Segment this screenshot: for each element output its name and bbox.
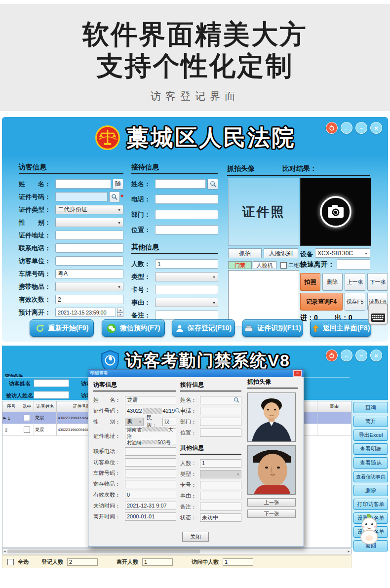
id-address-input[interactable]	[55, 231, 123, 240]
dlg-rec-dept-value[interactable]	[200, 418, 241, 426]
photo-button[interactable]: 拍照	[300, 273, 320, 291]
device-select[interactable]: XCX-S8130C	[315, 248, 370, 258]
sidebar-delete-button[interactable]: 删除	[353, 485, 388, 496]
save-f5-button[interactable]: 保存F5	[345, 293, 365, 311]
sidebar-print-button[interactable]: 打印访客单	[353, 499, 388, 510]
dlg-note-value[interactable]	[200, 503, 241, 511]
dlg-rec-phone-value[interactable]	[200, 407, 241, 415]
col-header-reason[interactable]: 事由	[317, 401, 351, 412]
reception-phone-input[interactable]	[155, 195, 218, 204]
row-checkbox[interactable]	[24, 415, 30, 421]
quick-leave-input[interactable]	[337, 259, 370, 270]
reason-select[interactable]	[155, 298, 218, 307]
scrollbar-thumb[interactable]	[7, 549, 200, 553]
wechat-booking-button[interactable]: 微信预约(F7)	[102, 319, 165, 337]
id-scan-button[interactable]: 证件识别(F11)	[242, 319, 303, 337]
plate-number-input[interactable]: 粤A	[55, 269, 123, 278]
dlg-visit-time-value[interactable]: 2021-12-31 9:07	[125, 502, 176, 510]
dlg-deposit-value[interactable]	[125, 480, 176, 488]
reception-location-input[interactable]	[155, 225, 218, 235]
back-button[interactable]: ←	[341, 122, 352, 134]
id-number-input[interactable]	[55, 192, 108, 201]
record-query-button[interactable]: 记录查询F4	[300, 293, 343, 311]
visitor-name-query-input[interactable]	[34, 379, 69, 387]
dialog-next-photo-button[interactable]: 下一张	[247, 510, 296, 518]
dlg-name-value[interactable]: 龙震	[125, 396, 176, 404]
expected-leave-input[interactable]: 2021-12-15 23:59:00	[55, 308, 116, 317]
dlg-address-value[interactable]: 湖南省大沧 村油铺503号	[125, 428, 176, 444]
sidebar-view-detail-button[interactable]: 查看明细	[353, 443, 388, 455]
qr-checkbox[interactable]	[280, 262, 287, 269]
id-type-select[interactable]: 二代身份证	[55, 205, 123, 214]
scroll-right-arrow[interactable]: ►	[347, 550, 351, 553]
dlg-org-value[interactable]	[125, 458, 176, 467]
contact-phone-input[interactable]	[55, 243, 123, 253]
select-all-checkbox[interactable]	[7, 559, 14, 565]
close-button[interactable]: ×	[370, 122, 382, 134]
people-count-input[interactable]: 1	[155, 259, 218, 269]
sidebar-query-button[interactable]: 查询	[353, 402, 388, 413]
valid-times-input[interactable]: 2	[55, 295, 123, 304]
reception-dept-input[interactable]	[155, 210, 218, 219]
visited-name-query-input[interactable]	[34, 391, 69, 399]
dlg-count-value[interactable]: 1	[200, 459, 241, 468]
reception-name-input[interactable]	[155, 179, 206, 189]
gender-select[interactable]	[55, 218, 123, 227]
snap-button[interactable]: 抓拍	[228, 248, 262, 258]
card-number-input[interactable]	[155, 285, 218, 294]
restart-button[interactable]: 重新开始(F9)	[30, 319, 94, 337]
horizontal-scrollbar[interactable]: ◄ ►	[2, 549, 351, 554]
dlg-phone-value[interactable]	[125, 447, 176, 456]
row-checkbox[interactable]	[24, 427, 30, 433]
sidebar-view-followers-button[interactable]: 查看随从	[353, 457, 388, 469]
tab-face-machine[interactable]: 人脸机	[253, 261, 276, 269]
dialog-close-action-button[interactable]: 关闭	[182, 532, 209, 542]
random-name-button[interactable]: 随	[113, 179, 123, 190]
id-search-button[interactable]	[109, 192, 120, 202]
dialog-close-button[interactable]: ×	[293, 370, 302, 377]
minimize-button[interactable]: −	[355, 350, 367, 361]
delete-button[interactable]: 删除	[322, 273, 343, 291]
spinner-down-button[interactable]: ▼	[117, 313, 123, 317]
save-registration-button[interactable]: 保存登记(F10)	[172, 319, 235, 337]
dlg-rec-name-value[interactable]	[200, 396, 241, 404]
prev-photo-button[interactable]: 上一张	[345, 273, 365, 291]
return-main-button[interactable]: 返回主界面(F8)	[310, 319, 371, 337]
dlg-plate-value[interactable]	[125, 469, 176, 477]
visitor-org-input[interactable]	[55, 256, 123, 266]
virtual-keyboard-button[interactable]	[368, 303, 388, 327]
col-header-no[interactable]: 序号	[2, 401, 20, 412]
visitor-name-input[interactable]	[55, 179, 111, 189]
type-select[interactable]	[155, 272, 218, 281]
dlg-gender-select[interactable]: 男	[125, 418, 144, 426]
spinner-up-button[interactable]: ▲	[117, 308, 123, 313]
dialog-prev-photo-button[interactable]: 上一张	[247, 498, 296, 507]
event-list-box[interactable]	[228, 270, 299, 326]
scroll-left-arrow[interactable]: ◄	[2, 550, 7, 553]
next-photo-button[interactable]: 下一张	[367, 273, 388, 291]
dlg-id-value[interactable]: 43022 4219	[125, 407, 183, 415]
dialog-title-bar[interactable]: 明细查看 ×	[88, 370, 304, 377]
power-button[interactable]	[326, 350, 338, 361]
col-header-name[interactable]: 访客姓名	[34, 401, 57, 412]
sidebar-export-excel-button[interactable]: 导出Excel	[353, 430, 388, 441]
note-input[interactable]	[155, 311, 218, 320]
close-button[interactable]: ×	[370, 350, 382, 361]
power-button[interactable]	[326, 122, 338, 134]
reception-search-button[interactable]	[207, 179, 218, 190]
back-button[interactable]: ←	[341, 350, 352, 361]
minimize-button[interactable]: −	[355, 122, 367, 134]
sidebar-view-petition-button[interactable]: 查看信访事由	[353, 471, 388, 482]
dlg-rec-loc-value[interactable]	[200, 429, 241, 437]
dlg-card-value[interactable]	[200, 481, 241, 489]
sidebar-leave-button[interactable]: 离开	[353, 416, 388, 427]
dlg-times-value[interactable]: 0	[125, 491, 176, 499]
dlg-leave-time-value[interactable]: 2000-01-01	[125, 512, 176, 521]
col-header-selected[interactable]: 选中	[20, 401, 34, 412]
search-icon[interactable]	[234, 397, 239, 403]
carried-items-select[interactable]	[55, 282, 123, 291]
dlg-status-value[interactable]: 来访中	[200, 513, 241, 522]
tab-door-access[interactable]: 门禁	[228, 261, 252, 269]
face-recognition-button[interactable]: 人脸识别	[264, 248, 298, 258]
dlg-nation-value[interactable]: 汉	[162, 418, 176, 426]
